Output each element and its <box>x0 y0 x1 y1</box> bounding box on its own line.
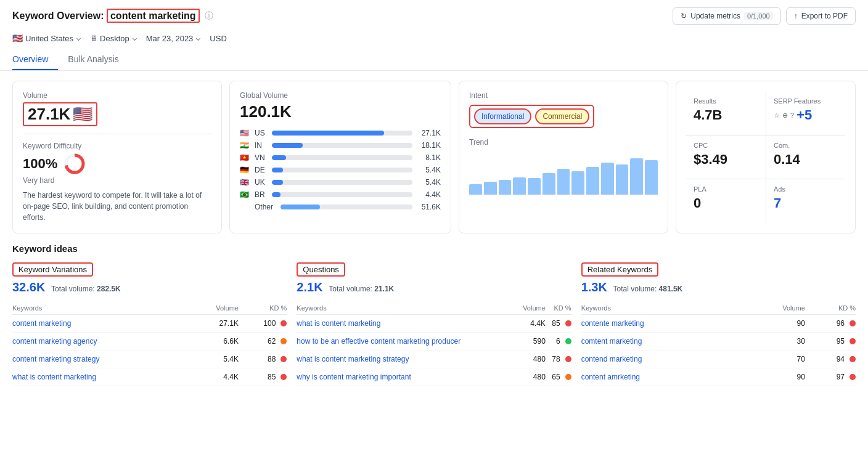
trend-bar-10 <box>601 163 614 195</box>
kd-cell: 96 <box>805 315 856 333</box>
volume-cell: 90 <box>746 368 805 386</box>
com-label: Com. <box>774 142 838 149</box>
kd-cell: 95 <box>805 333 856 350</box>
trend-bar-6 <box>542 173 555 195</box>
variations-table: Keywords Volume KD % content marketing 2… <box>12 302 287 386</box>
keyword-link[interactable]: why is content marketing important <box>297 373 411 381</box>
metrics-grid: Volume 27.1K 🇺🇸 Keyword Difficulty 100% … <box>12 81 856 233</box>
keyword-link[interactable]: content amrketing <box>581 373 640 381</box>
keyword-link[interactable]: what is content marketing <box>12 373 96 381</box>
keyword-link[interactable]: contend marketing <box>581 355 642 363</box>
table-row: content marketing 27.1K 100 <box>12 315 287 333</box>
keyword-link[interactable]: how to be an effective content marketing… <box>297 337 461 346</box>
question-icon: ? <box>790 111 794 119</box>
country-vn: VN <box>255 153 267 162</box>
kd-dot <box>565 356 571 362</box>
volume-cell: 480 <box>515 368 546 386</box>
questions-col-keywords: Keywords <box>297 302 515 315</box>
kd-sub: Very hard <box>23 176 211 185</box>
volume-cell: 90 <box>746 315 805 333</box>
keyword-variations-header: Keyword Variations <box>12 262 93 277</box>
tab-overview[interactable]: Overview <box>12 49 58 70</box>
kd-dot <box>565 374 571 380</box>
trend-bar-5 <box>528 178 541 195</box>
trend-bar-4 <box>513 177 526 195</box>
bar-fill-in <box>272 143 303 148</box>
table-row: contente marketing 90 96 <box>581 315 856 333</box>
com-metric: Com. 0.14 <box>766 136 845 180</box>
kw-cell: what is content marketing <box>12 368 192 386</box>
kw-cell: content marketing strategy <box>12 350 192 368</box>
related-count: 1.3K <box>581 280 607 294</box>
kw-cell: why is content marketing important <box>297 368 515 386</box>
date-filter[interactable]: Mar 23, 2023 <box>146 30 200 47</box>
trend-bar-8 <box>571 171 584 195</box>
keyword-ideas-title: Keyword ideas <box>12 243 856 254</box>
keyword-link[interactable]: what is content marketing <box>297 319 380 328</box>
variations-col-kd: KD % <box>239 302 287 315</box>
volume-cell: 6.6K <box>192 333 239 350</box>
questions-header: Questions <box>297 262 345 277</box>
questions-total: Total volume: 21.1K <box>329 285 394 293</box>
trend-bar-13 <box>645 160 658 195</box>
tab-bulk-analysis[interactable]: Bulk Analysis <box>68 49 128 70</box>
bar-value-other: 51.6K <box>417 203 441 211</box>
table-row: what is content marketing 4.4K 85 <box>12 368 287 386</box>
kw-cell: how to be an effective content marketing… <box>297 333 515 350</box>
flag-uk: 🇬🇧 <box>240 178 250 187</box>
country-br: BR <box>255 190 267 199</box>
flag-de: 🇩🇪 <box>240 166 250 174</box>
flag-us: 🇺🇸 <box>240 129 250 137</box>
bar-value-uk: 5.4K <box>417 178 441 187</box>
update-metrics-button[interactable]: ↻ Update metrics 0/1,000 <box>673 7 780 25</box>
device-filter[interactable]: 🖥 Desktop <box>90 30 136 47</box>
keyword-link[interactable]: content marketing strategy <box>12 355 99 363</box>
flag-in: 🇮🇳 <box>240 141 250 150</box>
keyword-link[interactable]: what is content marketing strategy <box>297 355 409 363</box>
kw-cell: content marketing agency <box>12 333 192 350</box>
pla-metric: PLA 0 <box>686 179 766 223</box>
bar-fill-other <box>280 205 320 209</box>
bar-track-in <box>272 143 412 148</box>
desktop-icon: 🖥 <box>90 34 97 43</box>
kd-cell: 94 <box>805 350 856 368</box>
related-total: Total volume: 481.5K <box>613 285 683 293</box>
intent-label: Intent <box>469 91 658 100</box>
cpc-metric: CPC $3.49 <box>686 136 766 180</box>
serp-metric: SERP Features ☆ ⊕ ? +5 <box>766 91 845 136</box>
export-pdf-button[interactable]: ↑ Export to PDF <box>786 7 856 25</box>
keyword-link[interactable]: contente marketing <box>581 319 644 328</box>
kw-cell: contente marketing <box>581 315 746 333</box>
com-value: 0.14 <box>774 152 838 168</box>
variations-col-keywords: Keywords <box>12 302 192 315</box>
volume-label: Volume <box>23 91 211 100</box>
kd-cell: 97 <box>805 368 856 386</box>
page-title: Keyword Overview: content marketing <box>12 10 200 22</box>
bar-track-vn <box>272 155 412 160</box>
results-metric: Results 4.7B <box>686 91 766 136</box>
trend-bar-2 <box>484 182 497 195</box>
refresh-icon: ↻ <box>681 12 687 20</box>
info-icon[interactable]: ⓘ <box>205 10 213 22</box>
pla-value: 0 <box>694 195 758 211</box>
related-table: Keywords Volume KD % contente marketing … <box>581 302 856 386</box>
volume-cell: 480 <box>515 350 546 368</box>
currency-label: USD <box>210 34 226 43</box>
country-filter[interactable]: 🇺🇸 United States <box>12 30 80 47</box>
keyword-link[interactable]: content marketing agency <box>12 337 97 346</box>
country-chevron <box>76 36 81 40</box>
kd-dot <box>280 374 287 380</box>
kd-cell: 85 <box>239 368 287 386</box>
keyword-link[interactable]: content marketing <box>12 319 71 328</box>
kd-dot <box>565 338 571 344</box>
questions-col-kd: KD % <box>546 302 571 315</box>
ads-metric: Ads 7 <box>766 179 845 223</box>
table-row: what is content marketing 4.4K 85 <box>297 315 571 333</box>
us-flag-small: 🇺🇸 <box>73 105 92 124</box>
related-col-kd: KD % <box>805 302 856 315</box>
kd-dot <box>850 338 856 344</box>
bar-fill-us <box>272 131 384 136</box>
trend-bar-7 <box>557 169 570 195</box>
keyword-link[interactable]: comtent marketing <box>581 337 642 346</box>
filters-row: 🇺🇸 United States 🖥 Desktop Mar 23, 2023 … <box>12 30 856 47</box>
